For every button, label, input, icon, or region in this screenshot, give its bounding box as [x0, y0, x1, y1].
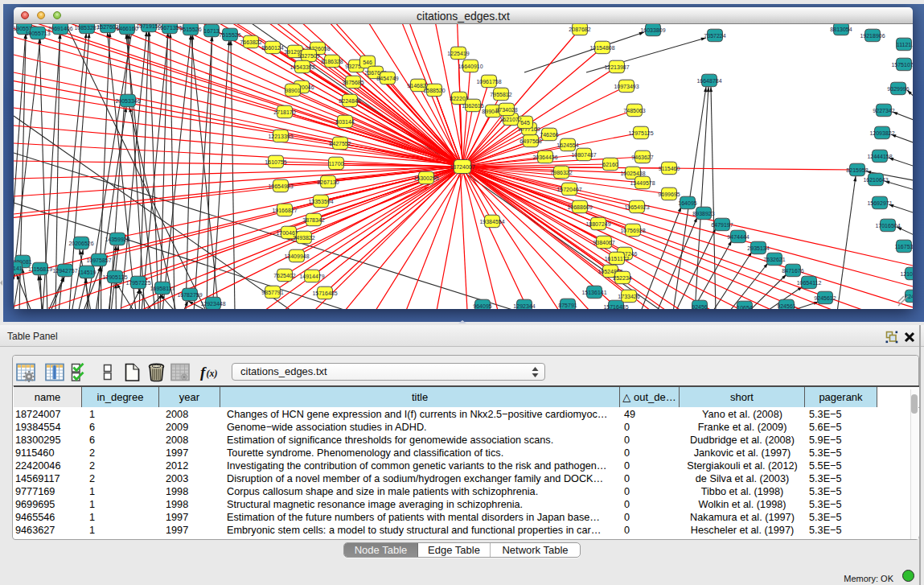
svg-text:10975857: 10975857	[86, 257, 111, 263]
svg-text:13353594: 13353594	[308, 199, 333, 204]
svg-text:10756928: 10756928	[620, 228, 645, 233]
svg-text:12975125: 12975125	[628, 130, 653, 136]
svg-text:19166827: 19166827	[272, 208, 297, 213]
svg-text:9329996: 9329996	[887, 86, 909, 92]
svg-text:12213393: 12213393	[268, 134, 293, 139]
svg-text:16640910: 16640910	[458, 64, 483, 69]
svg-text:15720407: 15720407	[556, 187, 581, 192]
svg-text:8186328: 8186328	[321, 59, 343, 64]
svg-text:6466160: 6466160	[116, 26, 138, 31]
svg-text:1621072: 1621072	[499, 117, 521, 122]
svg-text:10025438: 10025438	[620, 171, 645, 176]
svg-text:10654983: 10654983	[268, 183, 293, 189]
svg-text:9734028: 9734028	[495, 107, 517, 113]
svg-text:546: 546	[363, 60, 372, 65]
svg-text:14359928: 14359928	[105, 237, 129, 242]
svg-text:1292344: 1292344	[513, 303, 535, 309]
svg-text:16958117: 16958117	[150, 286, 175, 291]
svg-text:1733426: 1733426	[618, 294, 639, 299]
svg-text:10807487: 10807487	[571, 152, 596, 158]
svg-text:7663822: 7663822	[240, 39, 261, 45]
svg-text:875791: 875791	[558, 303, 577, 308]
svg-text:1225419: 1225419	[447, 51, 469, 56]
svg-text:15692971: 15692971	[867, 200, 892, 206]
svg-text:10688609: 10688609	[567, 204, 592, 210]
svg-text:20691406: 20691406	[47, 26, 72, 31]
svg-text:12444158: 12444158	[867, 154, 892, 159]
svg-text:3875685: 3875685	[342, 80, 363, 85]
svg-text:16713: 16713	[203, 28, 220, 34]
svg-text:8454749: 8454749	[376, 76, 398, 81]
svg-text:15136141: 15136141	[581, 290, 606, 295]
svg-text:252234: 252234	[613, 275, 631, 281]
svg-text:12942757: 12942757	[52, 268, 77, 274]
svg-text:8660124: 8660124	[261, 45, 283, 51]
svg-text:1610755: 1610755	[265, 159, 286, 165]
svg-text:13409948: 13409948	[284, 253, 309, 259]
svg-text:18724007: 18724007	[450, 164, 474, 170]
svg-text:1362615: 1362615	[462, 103, 483, 109]
svg-text:10654112: 10654112	[797, 280, 822, 286]
svg-text:9115460: 9115460	[659, 166, 680, 171]
svg-text:11121: 11121	[897, 42, 912, 47]
svg-text:12213987: 12213987	[604, 64, 629, 70]
svg-text:114519: 114519	[78, 270, 97, 275]
svg-text:20364436: 20364436	[532, 154, 557, 160]
svg-text:3493822: 3493822	[293, 235, 314, 241]
svg-text:11700: 11700	[329, 161, 344, 167]
svg-text:15300295: 15300295	[413, 175, 438, 181]
svg-text:16033809: 16033809	[640, 27, 665, 33]
svg-text:62160: 62160	[602, 162, 618, 167]
svg-text:12905135: 12905135	[102, 274, 127, 280]
svg-text:924561: 924561	[777, 303, 795, 309]
svg-text:7625402: 7625402	[273, 273, 295, 278]
svg-text:39141: 39141	[14, 266, 23, 271]
svg-text:7357224: 7357224	[704, 33, 725, 39]
svg-text:8267130: 8267130	[317, 179, 339, 185]
svg-text:8471676: 8471676	[782, 268, 803, 274]
svg-text:12093822: 12093822	[869, 130, 894, 136]
svg-text:10853287: 10853287	[74, 25, 99, 31]
svg-text:8224848: 8224848	[339, 98, 360, 104]
svg-text:2718170: 2718170	[273, 109, 295, 115]
svg-text:17957225: 17957225	[125, 280, 150, 286]
svg-text:9699695: 9699695	[658, 192, 680, 197]
svg-text:7485063: 7485063	[623, 108, 645, 113]
svg-text:15716485: 15716485	[603, 304, 628, 310]
svg-text:9227342: 9227342	[873, 108, 894, 113]
svg-text:12923448: 12923448	[200, 301, 225, 307]
svg-text:8215958: 8215958	[846, 167, 868, 173]
svg-text:8813054: 8813054	[830, 27, 852, 32]
svg-text:8938923: 8938923	[692, 211, 714, 216]
svg-text:98901: 98901	[285, 88, 301, 93]
svg-text:11156819: 11156819	[28, 266, 52, 272]
svg-text:13449578: 13449578	[630, 180, 655, 186]
svg-text:10654: 10654	[737, 305, 753, 310]
svg-text:16648784: 16648784	[696, 78, 721, 84]
svg-text:10543392: 10543392	[290, 64, 314, 70]
svg-text:20206526: 20206526	[68, 241, 93, 246]
svg-text:2935134: 2935134	[747, 245, 769, 251]
svg-text:17016504: 17016504	[875, 223, 900, 229]
svg-text:6497568: 6497568	[519, 138, 541, 144]
svg-text:16210643: 16210643	[863, 177, 888, 183]
svg-text:9857791: 9857791	[261, 290, 283, 295]
svg-text:1588520: 1588520	[423, 88, 445, 93]
svg-text:645: 645	[520, 120, 530, 126]
svg-text:19654923: 19654923	[624, 204, 649, 210]
svg-text:15751074: 15751074	[891, 62, 913, 68]
svg-text:16782759: 16782759	[177, 292, 202, 298]
svg-text:(x): (x)	[207, 368, 218, 379]
svg-text:15716485: 15716485	[312, 290, 337, 296]
svg-text:964095: 964095	[473, 303, 491, 309]
svg-text:116753: 116753	[895, 244, 913, 249]
svg-text:19384554: 19384554	[479, 219, 504, 225]
svg-text:9463627: 9463627	[631, 154, 653, 160]
svg-text:10973493: 10973493	[614, 84, 639, 89]
svg-text:7632621: 7632621	[763, 257, 785, 262]
svg-text:92456: 92456	[692, 304, 708, 310]
svg-text:7515526: 7515526	[179, 27, 201, 32]
svg-text:14914479: 14914479	[299, 274, 324, 279]
svg-text:18807249: 18807249	[585, 221, 610, 227]
svg-text:2087682: 2087682	[569, 27, 590, 32]
